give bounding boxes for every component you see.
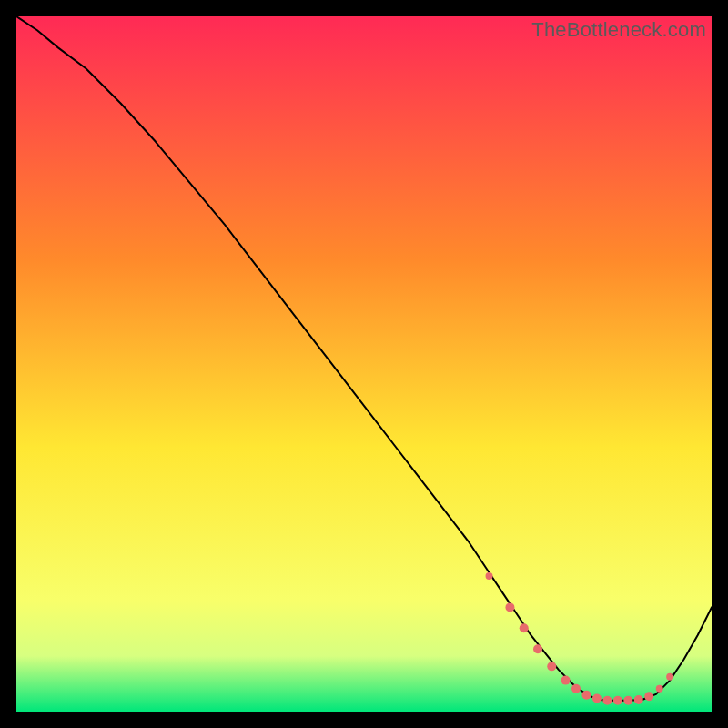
marker-dot: [571, 684, 581, 693]
marker-dot: [505, 602, 514, 612]
marker-dot: [623, 696, 632, 705]
marker-dot: [634, 695, 643, 704]
marker-dot: [561, 676, 571, 685]
marker-dot: [656, 685, 663, 693]
marker-dot: [592, 693, 602, 703]
marker-dot: [520, 623, 529, 632]
gradient-background: [16, 16, 712, 712]
marker-dot: [613, 696, 622, 705]
marker-dot: [602, 696, 612, 705]
marker-dot: [547, 662, 556, 671]
bottleneck-chart: [16, 16, 712, 712]
marker-dot: [533, 644, 542, 653]
marker-dot: [581, 691, 591, 700]
marker-dot: [666, 673, 673, 681]
chart-frame: TheBottleneck.com: [16, 16, 712, 712]
marker-dot: [644, 692, 653, 701]
marker-dot: [486, 572, 493, 580]
